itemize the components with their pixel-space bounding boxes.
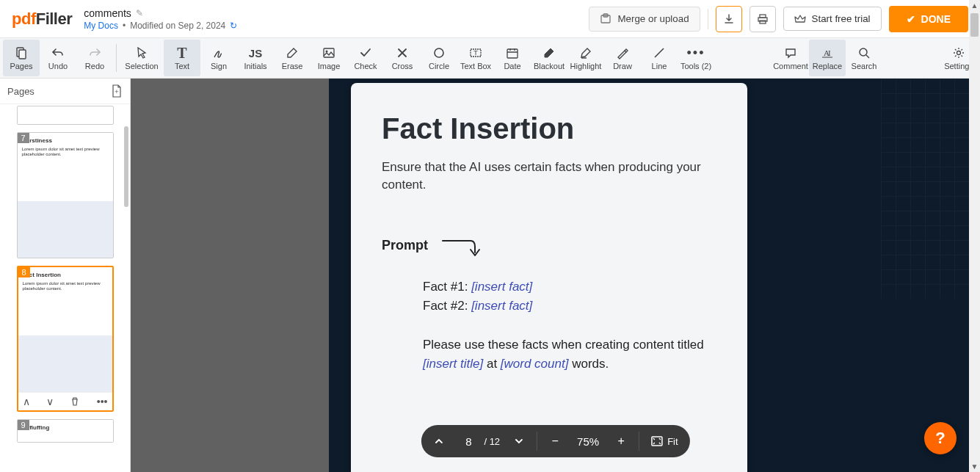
page-input[interactable] [457, 435, 479, 448]
tool-tools[interactable]: •••Tools (2) [678, 40, 714, 76]
thumb-page-9[interactable]: 9Unfluffing [17, 419, 114, 443]
redo-icon [88, 46, 101, 60]
settings-icon [952, 46, 965, 60]
tool-label: Text [175, 62, 189, 70]
tool-erase[interactable]: Erase [274, 40, 311, 76]
thumb-page-number: 8 [18, 267, 30, 277]
tool-separator [116, 44, 117, 72]
start-trial-button[interactable]: Start free trial [783, 7, 882, 31]
thumb-more-button[interactable]: ••• [97, 396, 108, 407]
fit-button[interactable]: Fit [644, 436, 685, 447]
scroll-up-icon[interactable]: ▲ [969, 0, 980, 11]
thumb-preview: Fact InsertionLorem ipsum dolor sit amet… [18, 267, 112, 392]
thumb-partial[interactable] [17, 106, 114, 125]
merge-label: Merge or upload [617, 13, 689, 24]
tool-replace[interactable]: AIReplace [809, 40, 846, 76]
facts-block: Fact #1: [insert fact] Fact #2: [insert … [423, 277, 716, 374]
line-icon [653, 46, 666, 60]
thumb-up-button[interactable]: ∧ [23, 396, 30, 407]
tool-textbox[interactable]: TText Box [457, 40, 494, 76]
my-docs-link[interactable]: My Docs [84, 21, 118, 31]
doc-title-row: comments ✎ [84, 7, 237, 19]
tool-date[interactable]: Date [494, 40, 531, 76]
fact2-placeholder: [insert fact] [471, 299, 532, 313]
tool-line[interactable]: Line [641, 40, 678, 76]
tool-label: Line [652, 62, 667, 70]
tool-sign[interactable]: Sign [200, 40, 237, 76]
window-scrollbar[interactable]: ▲ ▼ [969, 0, 980, 472]
tool-text[interactable]: TText [164, 40, 200, 76]
tool-selection[interactable]: Selection [120, 40, 164, 76]
modified-text: Modified on Sep 2, 2024 [130, 21, 225, 31]
svg-rect-4 [760, 21, 766, 23]
check-icon [359, 46, 372, 60]
thumb-page-8[interactable]: 8Fact InsertionLorem ipsum dolor sit ame… [17, 266, 114, 412]
svg-rect-6 [19, 50, 26, 59]
arrow-annotation-icon [441, 238, 485, 260]
erase-icon [286, 46, 299, 60]
svg-point-16 [957, 51, 961, 55]
tool-redo[interactable]: Redo [76, 40, 113, 76]
tool-label: Selection [125, 62, 158, 70]
blackout-icon [542, 46, 556, 60]
tool-label: Highlight [570, 62, 602, 70]
tool-search[interactable]: Search [846, 40, 882, 76]
prompt-label: Prompt [382, 238, 428, 253]
doc-info: comments ✎ My Docs • Modified on Sep 2, … [84, 7, 237, 31]
circle-icon [432, 46, 446, 60]
toolbar: PagesUndoRedoSelectionTTextSignJSInitial… [0, 38, 980, 79]
thumb-down-button[interactable]: ∨ [46, 396, 54, 407]
tool-undo[interactable]: Undo [40, 40, 76, 76]
svg-point-9 [435, 48, 443, 57]
word-count-placeholder: [word count] [501, 357, 569, 371]
scroll-down-icon[interactable]: ▼ [969, 461, 980, 472]
tool-pages[interactable]: Pages [3, 40, 40, 76]
print-button[interactable] [749, 6, 776, 32]
tool-cross[interactable]: Cross [384, 40, 421, 76]
next-page-button[interactable] [506, 428, 532, 454]
done-button[interactable]: ✔ DONE [889, 6, 968, 32]
instruction-line: Please use these facts when creating con… [423, 335, 716, 374]
tool-label: Redo [85, 62, 104, 70]
add-page-icon[interactable]: + [111, 84, 123, 98]
pages-sidebar: Pages + 7BurstinessLorem ipsum dolor sit… [0, 79, 131, 472]
logo[interactable]: pdfFiller [12, 10, 72, 29]
trial-label: Start free trial [812, 13, 871, 24]
tool-label: Comment [773, 62, 808, 70]
zoom-level: 75% [571, 435, 605, 448]
edit-title-icon[interactable]: ✎ [136, 8, 143, 18]
zoom-out-button[interactable]: − [542, 428, 568, 454]
svg-rect-18 [652, 437, 662, 446]
help-button[interactable]: ? [924, 422, 957, 454]
thumbnails[interactable]: 7BurstinessLorem ipsum dolor sit amet te… [0, 104, 130, 472]
date-icon [506, 46, 519, 60]
fact-1: Fact #1: [insert fact] [423, 277, 716, 297]
tool-blackout[interactable]: Blackout [531, 40, 567, 76]
merge-upload-button[interactable]: Merge or upload [589, 7, 700, 32]
tool-circle[interactable]: Circle [421, 40, 457, 76]
thumb-delete-button[interactable] [70, 396, 80, 407]
history-icon[interactable]: ↻ [230, 21, 237, 31]
tool-check[interactable]: Check [347, 40, 384, 76]
logo-filler: Filler [36, 10, 73, 28]
download-button[interactable] [716, 6, 742, 32]
document-page[interactable]: Fact Insertion Ensure that the AI uses c… [351, 83, 747, 472]
svg-text:I: I [828, 48, 831, 57]
svg-text:+: + [115, 88, 118, 95]
thumbs-scrollbar[interactable] [123, 104, 130, 472]
prev-page-button[interactable] [425, 428, 451, 454]
tool-image[interactable]: Image [311, 40, 347, 76]
tool-highlight[interactable]: Highlight [567, 40, 604, 76]
tool-comment[interactable]: Comment [772, 40, 809, 76]
thumb-page-7[interactable]: 7BurstinessLorem ipsum dolor sit amet te… [17, 132, 114, 258]
tool-label: Blackout [534, 62, 565, 70]
instr-b: at [483, 357, 501, 371]
dot-sep: • [123, 21, 126, 31]
tool-initials[interactable]: JSInitials [237, 40, 274, 76]
tool-label: Sign [211, 62, 227, 70]
sidebar-title: Pages [7, 86, 35, 97]
scroll-handle[interactable] [970, 13, 979, 37]
svg-rect-12 [507, 49, 518, 58]
zoom-in-button[interactable]: + [608, 428, 634, 454]
tool-draw[interactable]: Draw [604, 40, 641, 76]
